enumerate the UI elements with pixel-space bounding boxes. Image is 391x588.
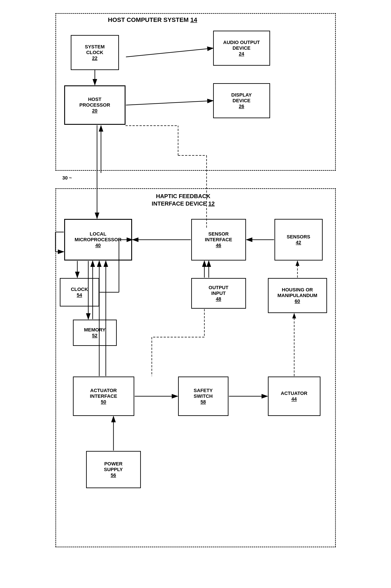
- host-computer-label: HOST COMPUTER SYSTEM 14: [108, 16, 197, 23]
- local-micro-block: LOCAL MICROPROCESSOR 40: [64, 219, 132, 261]
- sensors-block: SENSORS 42: [275, 219, 323, 261]
- conn30-label: 30 ~: [62, 175, 72, 181]
- housing-block: HOUSING OR MANIPULANDUM 60: [268, 278, 327, 313]
- audio-output-block: AUDIO OUTPUT DEVICE 24: [213, 31, 270, 66]
- actuator-block: ACTUATOR 44: [268, 376, 320, 416]
- safety-switch-block: SAFETY SWITCH 58: [178, 376, 228, 416]
- host-processor-block: HOST PROCESSOR 20: [64, 85, 125, 125]
- sensor-interface-block: SENSOR INTERFACE 46: [191, 219, 246, 261]
- system-clock-block: SYSTEM CLOCK 22: [71, 35, 119, 70]
- output-input-block: OUTPUT INPUT 48: [191, 278, 246, 309]
- haptic-device-label: HAPTIC FEEDBACKINTERFACE DEVICE 12: [152, 193, 215, 208]
- power-supply-block: POWER SUPPLY 56: [86, 451, 141, 488]
- actuator-interface-block: ACTUATOR INTERFACE 50: [73, 376, 134, 416]
- memory-block: MEMORY 52: [73, 320, 117, 346]
- clock-block: CLOCK 54: [60, 278, 99, 306]
- display-device-block: DISPLAY DEVICE 26: [213, 83, 270, 118]
